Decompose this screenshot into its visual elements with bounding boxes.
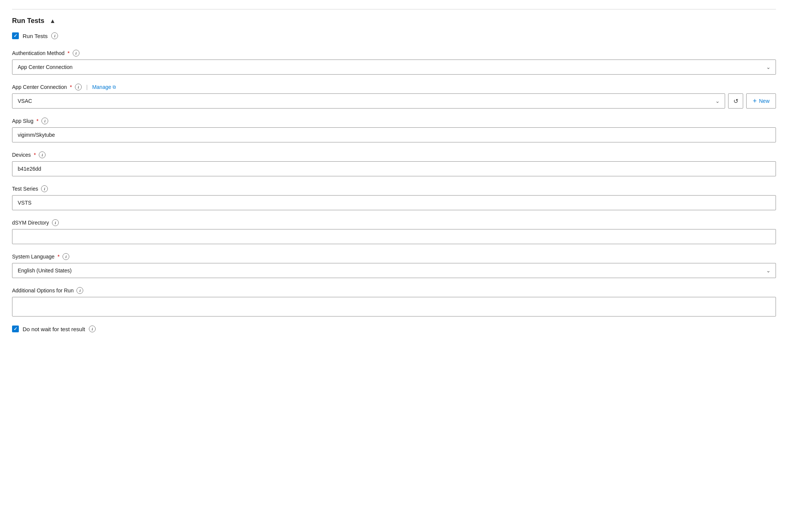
auth-method-select-wrapper: App Center Connection ⌄: [12, 60, 776, 75]
app-center-connection-label-row: App Center Connection * i | Manage ⧉: [12, 84, 776, 90]
section-header: Run Tests ▲: [12, 9, 776, 25]
app-slug-group: App Slug * i: [12, 118, 776, 142]
system-language-select-wrapper: English (United States) ⌄: [12, 263, 776, 278]
system-language-select[interactable]: English (United States): [12, 263, 776, 278]
chevron-up-icon[interactable]: ▲: [50, 18, 56, 24]
auth-method-select[interactable]: App Center Connection: [12, 60, 776, 75]
new-button-plus-icon: +: [753, 98, 757, 104]
system-language-label-row: System Language * i: [12, 253, 776, 260]
do-not-wait-checkbox[interactable]: ✓: [12, 326, 19, 332]
dsym-directory-group: dSYM Directory i: [12, 219, 776, 244]
new-button-label: New: [759, 98, 770, 104]
app-slug-input[interactable]: [12, 127, 776, 142]
run-tests-checkbox[interactable]: ✓: [12, 32, 19, 39]
app-slug-required: *: [37, 118, 38, 124]
run-tests-label: Run Tests: [23, 33, 47, 39]
dsym-directory-info-icon[interactable]: i: [52, 219, 59, 226]
dsym-directory-label-row: dSYM Directory i: [12, 219, 776, 226]
app-center-connection-info-icon[interactable]: i: [75, 84, 82, 90]
auth-method-info-icon[interactable]: i: [73, 50, 79, 57]
do-not-wait-check-icon: ✓: [14, 327, 17, 331]
test-series-input[interactable]: [12, 195, 776, 210]
app-slug-info-icon[interactable]: i: [41, 118, 48, 124]
app-center-connection-required: *: [70, 84, 72, 90]
app-center-connection-group: App Center Connection * i | Manage ⧉ VSA…: [12, 84, 776, 109]
refresh-button[interactable]: ↺: [728, 93, 743, 109]
external-link-icon: ⧉: [113, 84, 116, 90]
app-slug-label-row: App Slug * i: [12, 118, 776, 124]
additional-options-label-row: Additional Options for Run i: [12, 287, 776, 294]
check-icon: ✓: [14, 34, 17, 38]
new-button[interactable]: + New: [746, 93, 776, 109]
auth-method-required: *: [67, 50, 69, 56]
run-tests-checkbox-row: ✓ Run Tests i: [12, 32, 776, 39]
do-not-wait-info-icon[interactable]: i: [89, 326, 96, 332]
connection-select[interactable]: VSAC: [12, 93, 725, 109]
test-series-group: Test Series i: [12, 185, 776, 210]
refresh-icon: ↺: [733, 98, 738, 105]
connection-field-row: VSAC ⌄ ↺ + New: [12, 93, 776, 109]
system-language-info-icon[interactable]: i: [63, 253, 69, 260]
app-center-connection-label: App Center Connection: [12, 84, 67, 90]
auth-method-label-row: Authentication Method * i: [12, 50, 776, 57]
additional-options-group: Additional Options for Run i: [12, 287, 776, 316]
page-container: Run Tests ▲ ✓ Run Tests i Authentication…: [0, 0, 788, 532]
do-not-wait-label: Do not wait for test result: [23, 326, 85, 332]
test-series-label: Test Series: [12, 186, 38, 192]
additional-options-label: Additional Options for Run: [12, 287, 73, 294]
dsym-directory-label: dSYM Directory: [12, 220, 49, 226]
do-not-wait-checkbox-row: ✓ Do not wait for test result i: [12, 326, 776, 332]
app-slug-label: App Slug: [12, 118, 34, 124]
manage-link-label: Manage: [92, 84, 111, 90]
system-language-required: *: [58, 254, 60, 260]
devices-group: Devices * i: [12, 151, 776, 176]
connection-select-wrapper: VSAC ⌄: [12, 93, 725, 109]
devices-info-icon[interactable]: i: [39, 151, 46, 158]
system-language-group: System Language * i English (United Stat…: [12, 253, 776, 278]
auth-method-label: Authentication Method: [12, 50, 64, 56]
separator: |: [86, 84, 88, 90]
devices-label-row: Devices * i: [12, 151, 776, 158]
devices-input[interactable]: [12, 161, 776, 176]
section-title: Run Tests: [12, 17, 44, 25]
test-series-label-row: Test Series i: [12, 185, 776, 192]
manage-link[interactable]: Manage ⧉: [92, 84, 116, 90]
test-series-info-icon[interactable]: i: [41, 185, 48, 192]
dsym-directory-input[interactable]: [12, 229, 776, 244]
run-tests-info-icon[interactable]: i: [51, 32, 58, 39]
auth-method-group: Authentication Method * i App Center Con…: [12, 50, 776, 75]
devices-label: Devices: [12, 152, 31, 158]
system-language-label: System Language: [12, 254, 55, 260]
devices-required: *: [34, 152, 36, 158]
additional-options-input[interactable]: [12, 297, 776, 316]
additional-options-info-icon[interactable]: i: [76, 287, 83, 294]
